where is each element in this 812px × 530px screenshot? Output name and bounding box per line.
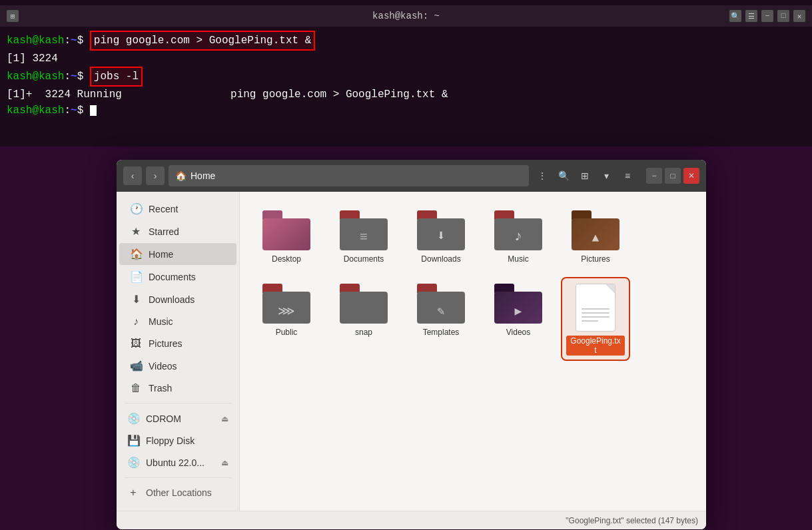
cdrom-eject-button[interactable]: ⏏ xyxy=(221,414,228,423)
sidebar-item-trash-label: Trash xyxy=(149,383,172,394)
fm-item-pictures-label: Pictures xyxy=(581,254,609,264)
fm-home-icon: 🏠 xyxy=(175,170,187,181)
t-user-1: kash@kash xyxy=(7,33,64,49)
fm-item-downloads[interactable]: ⬇ Downloads xyxy=(408,205,474,268)
trash-icon: 🗑 xyxy=(130,382,142,394)
fm-item-googleping[interactable]: GooglePing.txt xyxy=(562,278,629,360)
sidebar-item-home-label: Home xyxy=(149,249,173,260)
sidebar-item-music[interactable]: ♪ Music xyxy=(119,311,236,332)
videos-folder-icon: ▶ xyxy=(494,284,542,324)
fm-item-music[interactable]: ♪ Music xyxy=(485,205,552,268)
sidebar-item-starred-label: Starred xyxy=(149,226,179,237)
starred-icon: ★ xyxy=(130,225,142,238)
sidebar-item-recent[interactable]: 🕐 Recent xyxy=(119,198,236,220)
terminal-search-btn[interactable]: 🔍 xyxy=(729,10,741,22)
terminal-icon: ⊞ xyxy=(7,10,19,22)
fm-item-documents-label: Documents xyxy=(344,254,384,264)
fm-close-button[interactable]: ✕ xyxy=(683,168,699,184)
videos-icon: 📹 xyxy=(130,360,142,372)
terminal-line-3: kash@kash:~$ jobs -l xyxy=(7,67,805,87)
googleping-file-icon xyxy=(576,284,615,332)
filemanager-window: ‹ › 🏠 Home ⋮ 🔍 ⊞ ▾ ≡ − □ ✕ 🕐 Recent ★ xyxy=(117,160,706,529)
sidebar-item-home[interactable]: 🏠 Home xyxy=(119,243,236,265)
fm-view-button[interactable]: ⊞ xyxy=(576,166,594,185)
music-icon: ♪ xyxy=(130,316,142,328)
terminal-close-btn[interactable]: ✕ xyxy=(793,10,805,22)
fm-item-templates[interactable]: ✎ Templates xyxy=(408,278,474,360)
sidebar-item-videos[interactable]: 📹 Videos xyxy=(119,355,236,377)
fm-main-content: Desktop ≡ Documents ⬇ xyxy=(240,192,706,511)
cdrom-icon: 💿 xyxy=(127,412,139,425)
fm-menu-button[interactable]: ⋮ xyxy=(533,166,552,185)
sidebar-item-ubuntu[interactable]: 💿 Ubuntu 22.0... ⏏ xyxy=(117,451,239,473)
fm-titlebar-right: ⋮ 🔍 ⊞ ▾ ≡ − □ ✕ xyxy=(533,166,699,185)
fm-status-text: "GooglePing.txt" selected (147 bytes) xyxy=(566,516,698,525)
music-folder-icon: ♪ xyxy=(494,210,542,250)
fm-statusbar: "GooglePing.txt" selected (147 bytes) xyxy=(117,511,706,529)
terminal-minimize-btn[interactable]: − xyxy=(761,10,773,22)
fm-item-downloads-label: Downloads xyxy=(421,254,460,264)
fm-back-button[interactable]: ‹ xyxy=(123,166,142,185)
terminal-menu-btn[interactable]: ☰ xyxy=(745,10,757,22)
t-cmd-1: ping google.com > GooglePing.txt & xyxy=(90,31,315,51)
fm-titlebar: ‹ › 🏠 Home ⋮ 🔍 ⊞ ▾ ≡ − □ ✕ xyxy=(117,160,706,192)
floppy-icon: 💾 xyxy=(127,434,139,447)
terminal-window: ⊞ kash@kash: ~ 🔍 ☰ − □ ✕ kash@kash:~$ pi… xyxy=(0,0,812,146)
fm-view-toggle-button[interactable]: ▾ xyxy=(597,166,615,185)
fm-item-desktop[interactable]: Desktop xyxy=(253,205,320,268)
sidebar-other-locations-label: Other Locations xyxy=(146,487,212,498)
sidebar-item-cdrom[interactable]: 💿 CDROM ⏏ xyxy=(117,407,239,429)
sidebar-item-trash[interactable]: 🗑 Trash xyxy=(119,378,236,399)
fm-body: 🕐 Recent ★ Starred 🏠 Home 📄 Documents ⬇ … xyxy=(117,192,706,511)
fm-item-snap-label: snap xyxy=(355,328,372,337)
fm-forward-button[interactable]: › xyxy=(146,166,165,185)
sidebar-floppy-label: Floppy Disk xyxy=(146,435,195,446)
fm-item-documents[interactable]: ≡ Documents xyxy=(330,205,397,268)
sidebar-item-floppy[interactable]: 💾 Floppy Disk xyxy=(117,429,239,451)
public-folder-icon: ⋙ xyxy=(262,284,310,324)
downloads-folder-icon: ⬇ xyxy=(417,210,465,250)
terminal-line-5: kash@kash:~$ xyxy=(7,103,805,119)
fm-item-videos[interactable]: ▶ Videos xyxy=(485,278,552,360)
sidebar-item-documents-label: Documents xyxy=(149,272,196,282)
t-cmd-3: jobs -l xyxy=(90,67,143,87)
fm-item-pictures[interactable]: ▲ Pictures xyxy=(562,205,629,268)
fm-item-public[interactable]: ⋙ Public xyxy=(253,278,320,360)
fm-minimize-button[interactable]: − xyxy=(646,168,662,184)
sidebar-item-pictures[interactable]: 🖼 Pictures xyxy=(119,333,236,354)
sidebar-item-other-locations[interactable]: + Other Locations xyxy=(117,482,239,503)
ubuntu-eject-button[interactable]: ⏏ xyxy=(221,458,228,467)
sidebar-item-videos-label: Videos xyxy=(149,361,177,372)
fm-maximize-button[interactable]: □ xyxy=(665,168,681,184)
sidebar-item-downloads[interactable]: ⬇ Downloads xyxy=(119,288,236,310)
fm-item-desktop-label: Desktop xyxy=(272,254,301,264)
pictures-icon: 🖼 xyxy=(130,338,142,350)
home-icon: 🏠 xyxy=(130,248,142,260)
sidebar-item-starred[interactable]: ★ Starred xyxy=(119,220,236,242)
sidebar-ubuntu-label: Ubuntu 22.0... xyxy=(146,457,204,468)
ubuntu-icon: 💿 xyxy=(127,456,139,469)
t-user-5: kash@kash xyxy=(7,103,64,119)
fm-item-public-label: Public xyxy=(276,328,298,337)
fm-item-videos-label: Videos xyxy=(506,328,530,337)
fm-search-button[interactable]: 🔍 xyxy=(554,166,573,185)
templates-folder-icon: ✎ xyxy=(417,284,465,324)
terminal-titlebar: ⊞ kash@kash: ~ 🔍 ☰ − □ ✕ xyxy=(0,5,812,27)
terminal-maximize-btn[interactable]: □ xyxy=(777,10,789,22)
snap-folder-icon xyxy=(340,284,388,324)
terminal-cursor xyxy=(90,105,97,116)
fm-item-googleping-label: GooglePing.txt xyxy=(566,336,625,356)
fm-item-snap[interactable]: snap xyxy=(330,278,397,360)
terminal-line-4: [1]+ 3224 Running ping google.com > Goog… xyxy=(7,87,805,103)
sidebar-item-documents[interactable]: 📄 Documents xyxy=(119,266,236,288)
fm-list-view-button[interactable]: ≡ xyxy=(618,166,637,185)
sidebar-item-downloads-label: Downloads xyxy=(149,294,195,305)
sidebar-item-music-label: Music xyxy=(149,316,173,327)
pictures-folder-icon: ▲ xyxy=(572,210,619,250)
fm-path-bar[interactable]: 🏠 Home xyxy=(169,165,529,186)
documents-icon: 📄 xyxy=(130,270,142,283)
desktop-folder-icon xyxy=(262,210,310,250)
sidebar-item-pictures-label: Pictures xyxy=(149,338,183,349)
sidebar-cdrom-label: CDROM xyxy=(146,413,181,424)
terminal-line-1: kash@kash:~$ ping google.com > GooglePin… xyxy=(7,31,805,51)
